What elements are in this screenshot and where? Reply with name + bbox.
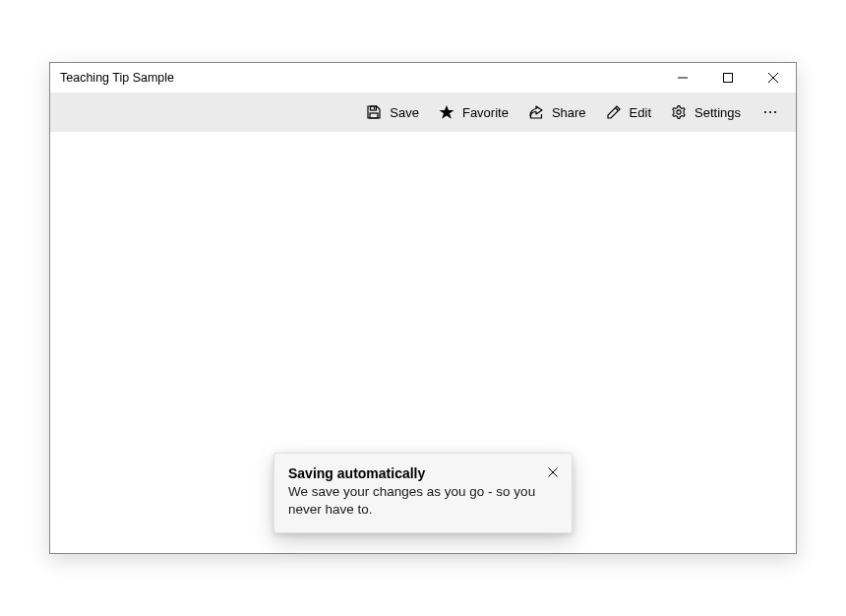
svg-point-10 <box>769 111 771 113</box>
teaching-tip-title: Saving automatically <box>288 465 558 481</box>
gear-icon <box>671 104 687 120</box>
command-bar: Save Favorite Share E <box>50 92 796 132</box>
maximize-icon <box>723 73 733 83</box>
teaching-tip: Saving automatically We save your change… <box>273 453 573 533</box>
save-label: Save <box>390 105 419 120</box>
settings-label: Settings <box>695 105 741 120</box>
share-label: Share <box>552 105 586 120</box>
save-icon <box>366 104 382 120</box>
edit-button[interactable]: Edit <box>596 94 661 130</box>
close-icon <box>548 467 558 477</box>
app-window: Teaching Tip Sample Save <box>49 62 797 554</box>
minimize-button[interactable] <box>660 63 705 92</box>
svg-point-8 <box>677 110 681 114</box>
svg-rect-4 <box>371 106 377 110</box>
maximize-button[interactable] <box>705 63 751 92</box>
close-button[interactable] <box>751 63 796 92</box>
save-button[interactable]: Save <box>356 94 429 130</box>
edit-icon <box>606 104 622 120</box>
teaching-tip-subtitle: We save your changes as you go - so you … <box>288 483 558 519</box>
teaching-tip-close-button[interactable] <box>540 460 566 485</box>
settings-button[interactable]: Settings <box>661 94 751 130</box>
svg-line-7 <box>615 108 618 111</box>
svg-rect-5 <box>370 113 378 118</box>
close-icon <box>768 73 778 83</box>
share-icon <box>528 104 544 120</box>
favorite-button[interactable]: Favorite <box>429 94 518 130</box>
favorite-label: Favorite <box>462 105 509 120</box>
more-icon <box>762 104 778 120</box>
share-button[interactable]: Share <box>518 94 596 130</box>
star-icon <box>439 104 454 120</box>
edit-label: Edit <box>630 105 651 120</box>
window-title: Teaching Tip Sample <box>60 71 660 85</box>
svg-rect-1 <box>724 74 733 83</box>
minimize-icon <box>678 73 688 83</box>
more-button[interactable] <box>751 94 790 130</box>
window-controls <box>660 63 796 92</box>
content-area: Saving automatically We save your change… <box>50 132 796 553</box>
svg-point-9 <box>764 111 766 113</box>
titlebar: Teaching Tip Sample <box>50 63 796 92</box>
svg-point-11 <box>774 111 776 113</box>
